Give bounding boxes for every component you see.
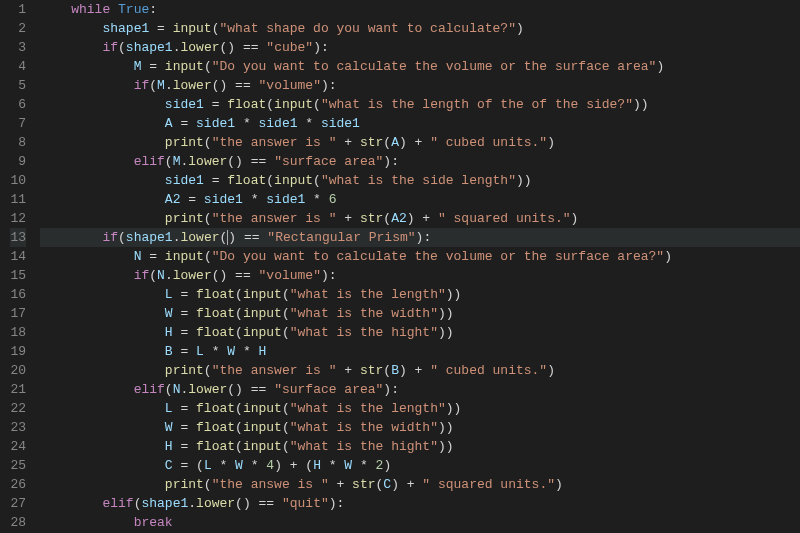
- code-line[interactable]: elif(N.lower() == "surface area"):: [40, 380, 800, 399]
- token-fn: print: [165, 211, 204, 226]
- token-fn: float: [227, 97, 266, 112]
- token-pn: (: [204, 249, 212, 264]
- token-op: +: [415, 211, 438, 226]
- token-str: "what is the length": [290, 287, 446, 302]
- token-str: "what is the length": [290, 401, 446, 416]
- token-var: W: [165, 420, 173, 435]
- token-fn: input: [173, 21, 212, 36]
- token-pn: .: [188, 496, 196, 511]
- token-op: [71, 268, 133, 283]
- token-fn: lower: [180, 230, 219, 245]
- code-line[interactable]: if(shape1.lower() == "cube"):: [40, 38, 800, 57]
- token-op: ==: [236, 230, 267, 245]
- token-pn: ): [571, 211, 579, 226]
- code-line[interactable]: elif(M.lower() == "surface area"):: [40, 152, 800, 171]
- token-op: =: [173, 325, 196, 340]
- line-number: 26: [10, 475, 26, 494]
- token-var: side1: [258, 116, 297, 131]
- token-fn: str: [360, 135, 383, 150]
- code-line[interactable]: if(M.lower() == "volume"):: [40, 76, 800, 95]
- line-number: 14: [10, 247, 26, 266]
- token-fn: print: [165, 477, 204, 492]
- code-line[interactable]: if(N.lower() == "volume"):: [40, 266, 800, 285]
- token-pn: (: [204, 135, 212, 150]
- token-pn: ):: [383, 154, 399, 169]
- code-line[interactable]: side1 = float(input("what is the length …: [40, 95, 800, 114]
- token-pn: (: [235, 306, 243, 321]
- line-number: 2: [10, 19, 26, 38]
- code-line[interactable]: W = float(input("what is the width")): [40, 418, 800, 437]
- code-line[interactable]: W = float(input("what is the width")): [40, 304, 800, 323]
- code-line[interactable]: print("the answe is " + str(C) + " squar…: [40, 475, 800, 494]
- token-op: +: [337, 211, 360, 226]
- code-line[interactable]: shape1 = input("what shape do you want t…: [40, 19, 800, 38]
- token-var: side1: [165, 173, 204, 188]
- token-pn: ): [228, 230, 236, 245]
- token-op: +: [407, 135, 430, 150]
- code-line[interactable]: elif(shape1.lower() == "quit"):: [40, 494, 800, 513]
- token-var: side1: [165, 97, 204, 112]
- line-number: 28: [10, 513, 26, 532]
- line-number: 21: [10, 380, 26, 399]
- line-number: 12: [10, 209, 26, 228]
- code-line[interactable]: while True:: [40, 0, 800, 19]
- token-pn: ): [399, 135, 407, 150]
- token-op: ): [383, 458, 391, 473]
- token-pn: ):: [383, 382, 399, 397]
- token-op: [71, 287, 165, 302]
- token-pn: )): [446, 287, 462, 302]
- token-pn: (): [235, 496, 251, 511]
- token-str: "Do you want to calculate the volume or …: [212, 59, 657, 74]
- token-op: [71, 21, 102, 36]
- code-line[interactable]: N = input("Do you want to calculate the …: [40, 247, 800, 266]
- code-line[interactable]: print("the answer is " + str(A2) + " squ…: [40, 209, 800, 228]
- token-pn: ): [547, 363, 555, 378]
- token-pn: )): [438, 420, 454, 435]
- code-line[interactable]: L = float(input("what is the length")): [40, 399, 800, 418]
- code-editor[interactable]: 1234567891011121314151617181920212223242…: [0, 0, 800, 532]
- code-line[interactable]: side1 = float(input("what is the side le…: [40, 171, 800, 190]
- code-line[interactable]: M = input("Do you want to calculate the …: [40, 57, 800, 76]
- code-line[interactable]: print("the answer is " + str(B) + " cube…: [40, 361, 800, 380]
- token-str: " cubed units.": [430, 135, 547, 150]
- line-number: 1: [10, 0, 26, 19]
- token-fn: lower: [196, 496, 235, 511]
- token-op: [71, 306, 165, 321]
- token-pn: (: [282, 401, 290, 416]
- token-kw-flow: if: [102, 230, 118, 245]
- line-number: 18: [10, 323, 26, 342]
- token-op: [71, 382, 133, 397]
- token-op: [71, 78, 133, 93]
- code-line[interactable]: A = side1 * side1 * side1: [40, 114, 800, 133]
- token-op: ==: [243, 154, 274, 169]
- token-op: [71, 230, 102, 245]
- token-pn: (: [149, 268, 157, 283]
- token-op: =: [204, 173, 227, 188]
- token-pn: (: [383, 135, 391, 150]
- code-line[interactable]: L = float(input("what is the length")): [40, 285, 800, 304]
- token-op: [71, 192, 165, 207]
- token-pn: (: [235, 401, 243, 416]
- code-line[interactable]: H = float(input("what is the hight")): [40, 437, 800, 456]
- code-line[interactable]: if(shape1.lower() == "Rectangular Prism"…: [40, 228, 800, 247]
- code-line[interactable]: break: [40, 513, 800, 532]
- code-line[interactable]: A2 = side1 * side1 * 6: [40, 190, 800, 209]
- code-line[interactable]: H = float(input("what is the hight")): [40, 323, 800, 342]
- token-pn: (: [282, 306, 290, 321]
- code-line[interactable]: C = (L * W * 4) + (H * W * 2): [40, 456, 800, 475]
- token-fn: lower: [188, 382, 227, 397]
- token-fn: input: [243, 306, 282, 321]
- code-content[interactable]: while True: shape1 = input("what shape d…: [40, 0, 800, 532]
- token-op: =: [173, 401, 196, 416]
- token-var: shape1: [126, 230, 173, 245]
- token-fn: print: [165, 135, 204, 150]
- line-number: 20: [10, 361, 26, 380]
- code-line[interactable]: B = L * W * H: [40, 342, 800, 361]
- token-op: =: [173, 344, 196, 359]
- token-fn: input: [165, 59, 204, 74]
- code-line[interactable]: print("the answer is " + str(A) + " cube…: [40, 133, 800, 152]
- token-pn: ):: [321, 268, 337, 283]
- token-pn: )): [633, 97, 649, 112]
- token-var: side1: [204, 192, 243, 207]
- token-pn: (: [266, 173, 274, 188]
